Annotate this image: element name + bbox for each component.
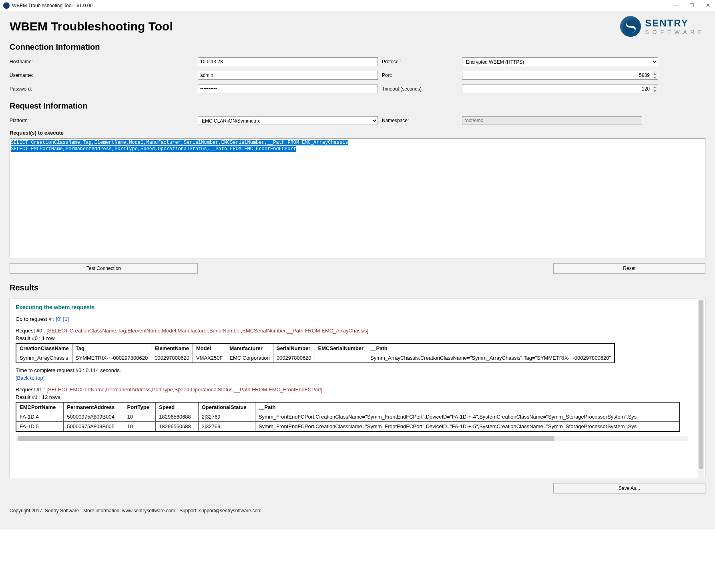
- username-input[interactable]: [198, 71, 378, 80]
- goto-link-0[interactable]: [0]: [56, 316, 61, 322]
- footer: Copyright 2017, Sentry Software - More i…: [10, 508, 705, 513]
- query-line-0: SELECT CreationClassName,Tag,ElementName…: [11, 140, 348, 145]
- namespace-label: Namespace:: [382, 118, 462, 123]
- table-header: EMCPortName: [16, 402, 64, 412]
- app-icon: [3, 2, 10, 9]
- protocol-select[interactable]: Encrypted WBEM (HTTPS): [462, 57, 658, 66]
- save-as-button[interactable]: Save As...: [553, 483, 705, 493]
- table-header: SerialNumber: [273, 343, 315, 353]
- minimize-icon[interactable]: —: [672, 2, 680, 8]
- result0-table: CreationClassNameTagElementNameModelManu…: [16, 343, 615, 363]
- table-header: EMCSerialNumber: [315, 343, 367, 353]
- page-title: WBEM Troubleshooting Tool: [10, 20, 173, 33]
- brand-logo: SENTRY SOFTWARE: [620, 16, 705, 37]
- port-down-icon[interactable]: ▼: [652, 75, 658, 79]
- table-row: FA-1D:550000975A809B00510182965606882|32…: [16, 422, 680, 432]
- table-header: Manufacturer: [226, 343, 273, 353]
- brand-name-2: SOFTWARE: [645, 29, 705, 35]
- table-header: CreationClassName: [16, 343, 72, 353]
- port-label: Port:: [382, 72, 462, 78]
- back-to-top-link[interactable]: [Back to top]: [16, 375, 44, 381]
- req1-label: Request #1 :: [16, 387, 45, 393]
- namespace-input: [462, 116, 642, 125]
- maximize-icon[interactable]: ☐: [688, 2, 696, 8]
- request-section-title: Request Information: [10, 101, 705, 111]
- results-section-title: Results: [10, 283, 705, 292]
- connection-section-title: Connection Information: [10, 42, 705, 52]
- requests-textarea[interactable]: SELECT CreationClassName,Tag,ElementName…: [10, 138, 705, 258]
- table-header: PortType: [124, 402, 156, 412]
- timeout-label: Timeout (seconds):: [382, 86, 462, 92]
- table-header: Model: [193, 343, 226, 353]
- result1-table: EMCPortNamePermanentAddressPortTypeSpeed…: [16, 402, 680, 432]
- table-header: Tag: [72, 343, 151, 353]
- logo-icon: [620, 16, 641, 37]
- req0-label: Request #0 :: [16, 328, 45, 334]
- results-vertical-scrollbar[interactable]: [698, 298, 704, 478]
- req1-query: [SELECT EMCPortName,PermanentAddress,Por…: [46, 387, 322, 393]
- port-input[interactable]: [462, 71, 652, 80]
- platform-select[interactable]: EMC CLARiiON/Symmetrix: [198, 116, 378, 125]
- timeout-up-icon[interactable]: ▲: [652, 85, 658, 89]
- results-horizontal-scrollbar[interactable]: [16, 436, 688, 441]
- table-header: PermanentAddress: [64, 402, 124, 412]
- goto-label: Go to request # :: [16, 316, 54, 322]
- test-connection-button[interactable]: Test Connection: [10, 263, 198, 274]
- requests-label: Request(s) to execute: [10, 130, 705, 136]
- hostname-label: Hostname:: [10, 59, 198, 64]
- table-header: __Path: [367, 343, 615, 353]
- table-row: FA-1D:450000975A809B00410182965606882|32…: [16, 412, 680, 422]
- query-line-1: SELECT EMCPortName,PermanentAddress,Port…: [11, 146, 296, 152]
- req0-rowcount: Result #0 : 1 row: [16, 335, 699, 341]
- platform-label: Platform:: [10, 118, 198, 123]
- password-label: Password:: [10, 86, 198, 92]
- table-header: ElementName: [151, 343, 193, 353]
- table-header: __Path: [255, 402, 680, 412]
- password-input[interactable]: [198, 85, 378, 93]
- protocol-label: Protocol:: [382, 59, 462, 64]
- results-panel: Executing the wbem requests Go to reques…: [10, 298, 705, 478]
- req0-query: [SELECT CreationClassName,Tag,ElementNam…: [46, 328, 368, 334]
- goto-link-1[interactable]: [1]: [63, 316, 69, 322]
- table-header: OperationalStatus: [198, 402, 255, 412]
- brand-name-1: SENTRY: [645, 18, 705, 29]
- username-label: Username:: [10, 72, 198, 78]
- titlebar: WBEM Troubleshooting Tool - v1.0.00 — ☐ …: [0, 0, 715, 11]
- close-icon[interactable]: ✕: [704, 2, 712, 8]
- window-title: WBEM Troubleshooting Tool - v1.0.00: [12, 3, 92, 8]
- timeout-input[interactable]: [462, 85, 652, 93]
- req1-rowcount: Result #1 : 12 rows: [16, 394, 699, 400]
- table-header: Speed: [156, 402, 198, 412]
- req0-time: Time to complete request #0 : 0.114 seco…: [16, 367, 699, 373]
- timeout-down-icon[interactable]: ▼: [652, 89, 658, 93]
- hostname-input[interactable]: [198, 57, 378, 66]
- results-exec-heading: Executing the wbem requests: [16, 304, 699, 310]
- reset-button[interactable]: Reset: [553, 263, 705, 274]
- table-row: Symm_ArrayChassisSYMMETRIX-+-00029780062…: [16, 353, 615, 363]
- port-up-icon[interactable]: ▲: [652, 71, 658, 75]
